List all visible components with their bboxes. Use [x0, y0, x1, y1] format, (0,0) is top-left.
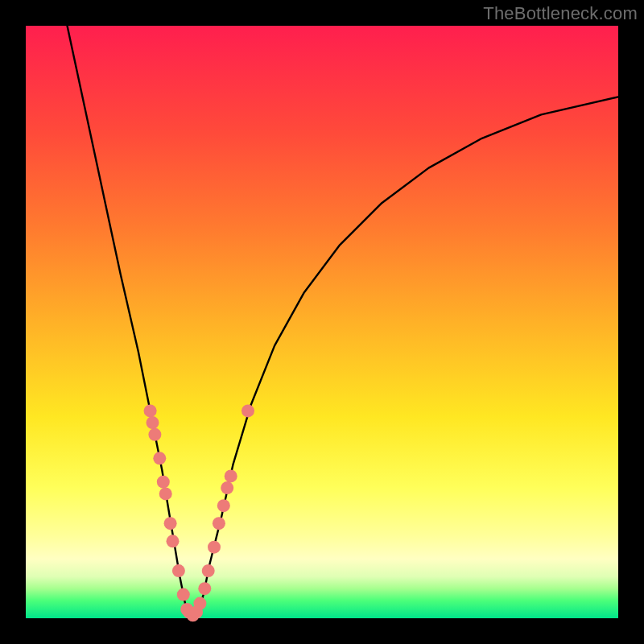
sample-dot [202, 564, 215, 577]
sample-dot [242, 404, 254, 417]
chart-frame: TheBottleneck.com [0, 0, 644, 644]
sample-dot [153, 452, 166, 464]
sample-dot [159, 487, 172, 500]
sample-dot [193, 597, 206, 610]
sample-dot [172, 564, 185, 577]
sample-dot [167, 535, 180, 547]
sample-dot [148, 428, 161, 441]
sample-dot [144, 404, 157, 417]
sample-dot [198, 582, 211, 595]
sample-dot [221, 481, 233, 494]
sample-dot [147, 416, 159, 429]
sample-dot [177, 588, 190, 601]
sample-dot [208, 541, 221, 554]
sample-dot [225, 469, 237, 482]
sample-dot [157, 476, 170, 489]
chart-svg-layer [0, 0, 644, 644]
sample-dot [164, 517, 177, 530]
sample-dot [213, 517, 225, 530]
sample-dot [217, 499, 230, 512]
bottleneck-curve [68, 26, 619, 618]
sample-dots-group [144, 404, 254, 621]
